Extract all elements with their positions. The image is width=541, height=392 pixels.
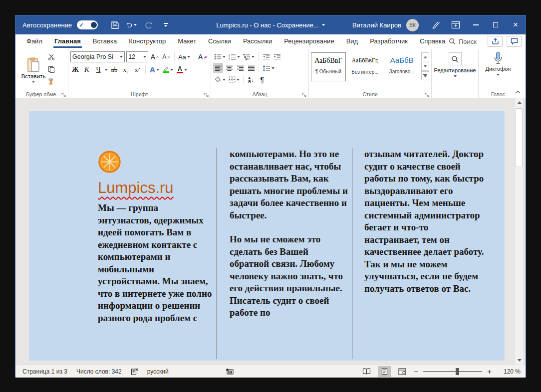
scrollbar-thumb[interactable]: [516, 108, 523, 167]
tab-view[interactable]: Вид: [340, 35, 364, 48]
scroll-up-button[interactable]: [515, 98, 524, 107]
italic-button[interactable]: К: [82, 64, 92, 75]
paragraph-dialog-launcher[interactable]: [301, 91, 307, 97]
cut-button[interactable]: [46, 52, 56, 62]
subscript-button[interactable]: x₂: [121, 64, 131, 75]
highlight-color-button[interactable]: [162, 64, 174, 75]
font-dialog-launcher[interactable]: [204, 91, 210, 97]
zoom-in-button[interactable]: +: [487, 368, 492, 375]
underline-button[interactable]: Ч: [93, 64, 103, 75]
user-name[interactable]: Виталий Каиров: [352, 21, 401, 29]
decrease-indent-button[interactable]: [261, 51, 271, 62]
save-icon[interactable]: [110, 20, 120, 30]
font-size-combo[interactable]: 12: [126, 51, 148, 62]
tab-design[interactable]: Конструктор: [123, 35, 172, 48]
increase-indent-button[interactable]: [272, 51, 282, 62]
style-card-normal[interactable]: АаБбВвГ ¶ Обычный: [311, 52, 346, 81]
change-case-button[interactable]: Aa: [178, 52, 191, 62]
font-name-combo[interactable]: Georgia Pro Si: [70, 51, 125, 62]
tab-insert[interactable]: Вставка: [87, 35, 123, 48]
search-box[interactable]: Поиск: [449, 38, 477, 45]
styles-scroll-down[interactable]: [421, 62, 429, 71]
underline-dropdown[interactable]: [105, 69, 108, 71]
print-layout-button[interactable]: [378, 366, 391, 377]
lumpics-logo-icon: [98, 150, 121, 174]
styles-gallery-more[interactable]: [421, 71, 429, 80]
paragraph: отзывам читателей. Доктор судит о качест…: [364, 148, 484, 295]
undo-icon[interactable]: [127, 20, 137, 30]
tab-mailings[interactable]: Рассылки: [237, 35, 278, 48]
document-page[interactable]: Lumpics.ru Мы — группа энтузиастов, одер…: [29, 111, 505, 361]
ink-pen-icon[interactable]: [426, 15, 446, 34]
tab-developer[interactable]: Разработчик: [364, 35, 414, 48]
grow-font-button[interactable]: A˄: [150, 52, 160, 62]
tab-references[interactable]: Ссылки: [202, 35, 237, 48]
redo-icon: [144, 20, 154, 30]
column-divider: [352, 148, 352, 359]
justify-button[interactable]: [246, 63, 256, 73]
minimize-button[interactable]: [466, 15, 486, 34]
document-title[interactable]: Lumpics.ru - О нас - Сохранение...: [216, 21, 325, 29]
shrink-font-button[interactable]: A˅: [161, 52, 171, 62]
scroll-down-button[interactable]: [515, 356, 524, 365]
word-count[interactable]: Число слов: 342: [76, 368, 122, 375]
styles-scroll-up[interactable]: [421, 52, 429, 61]
zoom-level[interactable]: 120 %: [497, 368, 521, 375]
autosave-toggle[interactable]: ✓: [77, 20, 98, 29]
title-bar: Автосохранение ✓: [15, 15, 526, 34]
align-right-button[interactable]: [235, 63, 245, 73]
zoom-out-button[interactable]: −: [414, 368, 418, 375]
avatar[interactable]: ВК: [406, 19, 419, 31]
multilevel-list-button[interactable]: [242, 51, 256, 62]
close-button[interactable]: ×: [506, 15, 526, 34]
language-indicator[interactable]: русский: [147, 368, 169, 375]
dictate-button[interactable]: Диктофон: [481, 50, 516, 90]
style-card-no-spacing[interactable]: АаБбВвГг, Без интер...: [348, 52, 383, 81]
maximize-button[interactable]: [486, 15, 506, 34]
zoom-slider[interactable]: [423, 368, 482, 376]
page-indicator[interactable]: Страница 1 из 3: [22, 368, 67, 375]
tab-help[interactable]: Справка: [414, 35, 451, 48]
strikethrough-button[interactable]: ab: [109, 64, 119, 75]
vertical-scrollbar[interactable]: [515, 98, 523, 365]
bullets-button[interactable]: [213, 51, 227, 62]
format-painter-button[interactable]: [46, 76, 56, 86]
align-left-button[interactable]: [213, 63, 223, 73]
keyboard-input-icon[interactable]: [226, 368, 234, 375]
align-center-button[interactable]: [224, 63, 234, 73]
paragraph: Мы — группа энтузиастов, одержимых идеей…: [98, 202, 214, 324]
tab-home[interactable]: Главная: [48, 35, 87, 48]
web-layout-button[interactable]: [396, 366, 409, 377]
undo-dropdown[interactable]: [134, 24, 137, 26]
shading-button[interactable]: [213, 74, 227, 85]
ribbon: Вставить Буфер обме...: [15, 48, 526, 98]
text-effects-button[interactable]: A: [149, 64, 160, 75]
clear-formatting-button[interactable]: A: [197, 52, 209, 62]
collapse-ribbon-icon[interactable]: [515, 87, 521, 96]
numbering-button[interactable]: 123: [228, 51, 241, 62]
title-dropdown-icon: [322, 24, 325, 26]
paste-button[interactable]: Вставить: [20, 50, 46, 90]
style-card-heading1[interactable]: АаБбВ Заголово...: [384, 52, 419, 81]
tab-review[interactable]: Рецензирование: [278, 35, 340, 48]
show-marks-button[interactable]: ¶: [257, 74, 267, 85]
zoom-slider-thumb[interactable]: [456, 368, 459, 375]
comments-button[interactable]: [507, 36, 522, 47]
tab-file[interactable]: Файл: [20, 35, 48, 48]
styles-dialog-launcher[interactable]: [424, 91, 430, 97]
borders-button[interactable]: [228, 74, 241, 85]
read-mode-button[interactable]: [360, 366, 373, 377]
proofing-errors-icon[interactable]: [131, 368, 138, 375]
ribbon-display-options-icon[interactable]: [446, 15, 466, 34]
customize-qat-icon[interactable]: [161, 20, 171, 30]
clipboard-dialog-launcher[interactable]: [61, 91, 67, 97]
editing-button[interactable]: Редактирование: [434, 50, 476, 90]
sort-button[interactable]: АЯ ↓: [246, 74, 256, 85]
line-spacing-button[interactable]: [262, 63, 275, 73]
bold-button[interactable]: Ж: [70, 64, 80, 75]
font-color-button[interactable]: A: [176, 64, 188, 75]
share-button[interactable]: [488, 36, 503, 47]
superscript-button[interactable]: x²: [132, 64, 142, 75]
tab-layout[interactable]: Макет: [172, 35, 202, 48]
copy-button[interactable]: [46, 64, 56, 74]
